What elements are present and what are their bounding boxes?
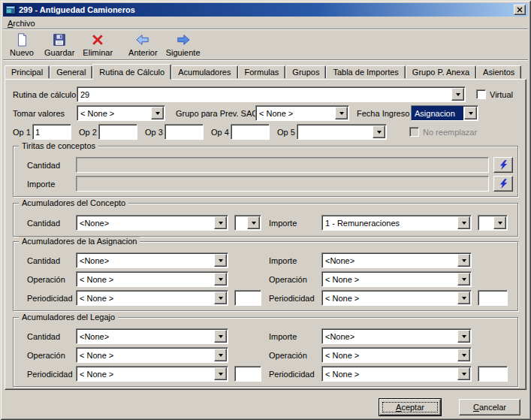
anterior-button[interactable]: Anterior — [125, 32, 161, 59]
dropdown-arrow-icon[interactable] — [457, 254, 470, 267]
legajo-periodicidad-left-label: Periodicidad — [27, 370, 76, 379]
tab-tabla-de-importes[interactable]: Tabla de Importes — [326, 65, 405, 79]
dropdown-arrow-icon[interactable] — [493, 216, 506, 229]
asignacion-periodicidad-left-input[interactable] — [234, 290, 261, 306]
dropdown-arrow-icon[interactable] — [457, 216, 470, 229]
dropdown-arrow-icon[interactable] — [214, 330, 227, 343]
op3-input[interactable] — [164, 124, 204, 140]
asignacion-periodicidad-right-combo[interactable]: < None > — [321, 290, 472, 306]
tiritas-cantidad-flash-button[interactable] — [493, 157, 513, 173]
dropdown-arrow-icon[interactable] — [451, 88, 464, 101]
dropdown-arrow-icon[interactable] — [247, 216, 260, 229]
tiritas-importe-field — [76, 176, 489, 192]
dropdown-arrow-icon[interactable] — [464, 107, 477, 119]
toolbar: Nuevo Guardar Eliminar Anterior Siguien — [5, 31, 528, 59]
asignacion-periodicidad-right-value: < None > — [322, 291, 457, 305]
titlebar: 299 - Antiguedad Camioneros — [3, 3, 528, 17]
dropdown-arrow-icon[interactable] — [214, 254, 227, 267]
lightning-icon — [499, 160, 508, 170]
dropdown-arrow-icon[interactable] — [335, 107, 348, 119]
op4-input[interactable] — [231, 124, 270, 140]
legajo-periodicidad-right-label: Periodicidad — [269, 370, 321, 379]
footer: Aceptar Cancelar — [379, 399, 520, 415]
virtual-checkbox[interactable] — [476, 89, 486, 99]
dropdown-arrow-icon[interactable] — [457, 367, 470, 380]
tabpage-rutina-de-calculo: Rutina de cálculo 29 Virtual Tomar valor… — [5, 79, 526, 390]
menu-archivo[interactable]: Archivo — [3, 18, 40, 29]
grupo-prev-sac-combo[interactable]: < None > — [255, 105, 349, 121]
legajo-operacion-left-combo[interactable]: < None > — [76, 347, 228, 363]
tiritas-cantidad-field — [76, 157, 489, 173]
group-acumuladores-del-legajo: Acumuladores del Legajo Cantidad <None> … — [13, 317, 518, 387]
guardar-button[interactable]: Guardar — [41, 32, 77, 59]
legajo-importe-combo[interactable]: <None> — [321, 328, 472, 344]
op1-input[interactable] — [32, 124, 71, 140]
dropdown-arrow-icon[interactable] — [151, 107, 164, 119]
op2-input[interactable] — [98, 124, 137, 140]
dropdown-arrow-icon[interactable] — [457, 273, 470, 286]
concepto-cantidad-label: Cantidad — [27, 219, 76, 228]
dropdown-arrow-icon[interactable] — [214, 273, 227, 286]
siguiente-button[interactable]: Siguiente — [163, 32, 204, 59]
asignacion-importe-combo[interactable]: <None> — [321, 252, 472, 268]
asignacion-cantidad-combo[interactable]: <None> — [76, 252, 228, 268]
tab-acumuladores[interactable]: Acumuladores — [171, 65, 237, 79]
menubar: Archivo — [3, 17, 528, 29]
legajo-periodicidad-left-combo[interactable]: < None > — [76, 366, 228, 382]
concepto-cantidad-extra-value — [235, 216, 246, 230]
close-button[interactable] — [514, 5, 526, 15]
tab-asientos[interactable]: Asientos — [476, 65, 521, 79]
tab-rutina-de-calculo[interactable]: Rutina de Cálculo — [92, 64, 171, 80]
rutina-combo[interactable]: 29 — [77, 86, 466, 102]
asignacion-periodicidad-right-input[interactable] — [478, 290, 508, 306]
op5-value — [297, 125, 372, 139]
eliminar-button[interactable]: Eliminar — [80, 32, 116, 59]
arrow-left-icon — [134, 32, 151, 47]
tab-general[interactable]: General — [50, 65, 92, 79]
concepto-importe-combo[interactable]: 1 - Remuneraciones — [321, 215, 472, 231]
asignacion-operacion-left-combo[interactable]: < None > — [76, 271, 228, 287]
concepto-importe-extra-combo[interactable] — [478, 215, 508, 231]
fecha-ingreso-value: Asignacion — [412, 106, 463, 120]
nuevo-button[interactable]: Nuevo — [5, 32, 39, 59]
legajo-cantidad-label: Cantidad — [27, 332, 76, 341]
fecha-ingreso-combo[interactable]: Asignacion — [411, 105, 478, 121]
asignacion-operacion-left-label: Operación — [27, 275, 76, 284]
concepto-cantidad-combo[interactable]: <None> — [76, 215, 228, 231]
dropdown-arrow-icon[interactable] — [457, 330, 470, 343]
group-title: Acumuladores de la Asignacion — [19, 237, 140, 246]
tab-grupo-p-anexa[interactable]: Grupo P. Anexa — [406, 65, 476, 79]
legajo-periodicidad-right-combo[interactable]: < None > — [321, 366, 472, 382]
dropdown-arrow-icon[interactable] — [214, 349, 227, 361]
dropdown-arrow-icon[interactable] — [214, 216, 227, 229]
dropdown-arrow-icon[interactable] — [214, 367, 227, 380]
tab-formulas[interactable]: Formulas — [238, 65, 286, 79]
aceptar-button[interactable]: Aceptar — [379, 399, 441, 415]
concepto-importe-label: Importe — [269, 219, 321, 228]
no-reemplazar-checkbox — [409, 127, 419, 137]
cancelar-button[interactable]: Cancelar — [459, 399, 520, 415]
dropdown-arrow-icon[interactable] — [457, 349, 470, 361]
arrow-right-icon — [175, 32, 192, 47]
asignacion-periodicidad-left-combo[interactable]: < None > — [76, 290, 228, 306]
tiritas-importe-flash-button[interactable] — [493, 176, 513, 192]
tomar-valores-combo[interactable]: < None > — [77, 105, 165, 121]
legajo-operacion-right-combo[interactable]: < None > — [321, 347, 472, 363]
asignacion-operacion-right-combo[interactable]: < None > — [321, 271, 472, 287]
legajo-cantidad-value: <None> — [77, 329, 213, 343]
legajo-importe-label: Importe — [269, 332, 321, 341]
legajo-periodicidad-right-input[interactable] — [478, 366, 508, 382]
dropdown-arrow-icon[interactable] — [214, 292, 227, 304]
legajo-cantidad-combo[interactable]: <None> — [76, 328, 228, 344]
window-title: 299 - Antiguedad Camioneros — [19, 5, 514, 14]
concepto-cantidad-value: <None> — [77, 216, 213, 230]
tab-grupos[interactable]: Grupos — [285, 65, 326, 79]
dropdown-arrow-icon[interactable] — [457, 292, 470, 304]
tomar-valores-value: < None > — [77, 106, 150, 120]
tab-principal[interactable]: Principal — [5, 65, 50, 79]
concepto-cantidad-extra-combo[interactable] — [234, 215, 261, 231]
legajo-periodicidad-left-input[interactable] — [234, 366, 261, 382]
op5-combo[interactable] — [297, 124, 387, 140]
dropdown-arrow-icon[interactable] — [373, 125, 385, 138]
tomar-valores-label: Tomar valores — [13, 109, 77, 118]
